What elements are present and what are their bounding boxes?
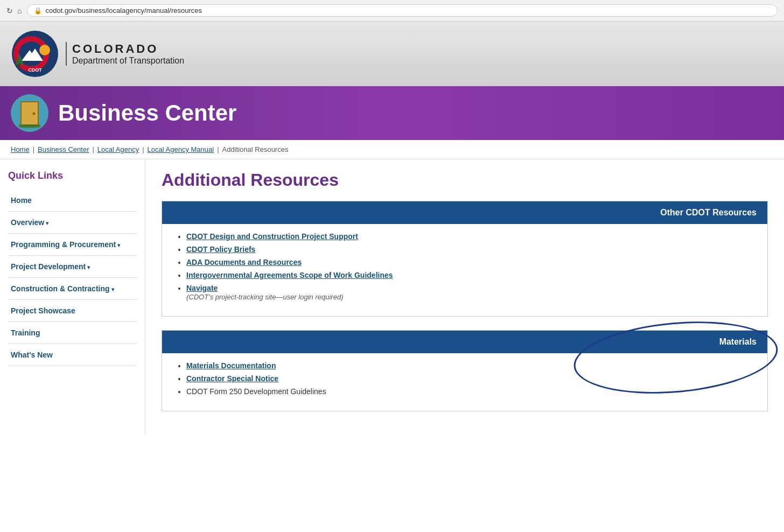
breadcrumb-sep-2: |	[92, 145, 94, 153]
sidebar-nav: Home Overview▾ Programming & Procurement…	[8, 190, 137, 366]
banner-title: Business Center	[58, 100, 236, 126]
sidebar-item-project-showcase[interactable]: Project Showcase	[8, 300, 137, 322]
sidebar-item-home[interactable]: Home	[8, 190, 137, 212]
sidebar-link-project-showcase[interactable]: Project Showcase	[8, 300, 137, 321]
svg-point-10	[33, 112, 36, 115]
dropdown-arrow-construction: ▾	[111, 286, 114, 292]
list-item: CDOT Design and Construction Project Sup…	[186, 232, 754, 241]
breadcrumb-home[interactable]: Home	[11, 145, 30, 153]
door-icon	[16, 99, 43, 128]
cdot-logo: CDOT	[11, 30, 59, 78]
page-title: Additional Resources	[162, 170, 768, 190]
dropdown-arrow-project-dev: ▾	[87, 264, 90, 270]
main-layout: Quick Links Home Overview▾ Programming &…	[0, 159, 784, 436]
other-cdot-resources-box: Other CDOT Resources CDOT Design and Con…	[162, 201, 768, 317]
materials-list: Materials Documentation Contractor Speci…	[176, 361, 754, 396]
sidebar-item-overview[interactable]: Overview▾	[8, 212, 137, 234]
site-header: CDOT COLORADO Department of Transportati…	[0, 22, 784, 86]
other-cdot-resources-header: Other CDOT Resources	[162, 201, 767, 224]
sidebar-item-whats-new[interactable]: What's New	[8, 344, 137, 366]
cdot-form-text: CDOT Form 250 Development Guidelines	[186, 387, 326, 396]
sidebar-link-whats-new[interactable]: What's New	[8, 344, 137, 366]
other-cdot-resources-body: CDOT Design and Construction Project Sup…	[162, 224, 767, 316]
sidebar-link-training[interactable]: Training	[8, 322, 137, 344]
breadcrumb-business-center[interactable]: Business Center	[38, 145, 89, 153]
list-item: ADA Documents and Resources	[186, 258, 754, 267]
breadcrumb-sep-3: |	[142, 145, 144, 153]
purple-banner: Business Center	[0, 86, 784, 140]
sidebar-item-programming[interactable]: Programming & Procurement▾	[8, 234, 137, 256]
intergovernmental-link[interactable]: Intergovernmental Agreements Scope of Wo…	[186, 271, 393, 279]
materials-box: Materials Materials Documentation Contra…	[162, 330, 768, 411]
svg-rect-9	[22, 102, 38, 124]
browser-chrome: ↻ ⌂ 🔒 codot.gov/business/localagency/man…	[0, 0, 784, 22]
breadcrumb-local-agency[interactable]: Local Agency	[97, 145, 139, 153]
dropdown-arrow-overview: ▾	[46, 220, 48, 226]
sidebar-link-construction[interactable]: Construction & Contracting▾	[8, 278, 137, 299]
refresh-icon[interactable]: ↻	[6, 6, 13, 15]
url-text: codot.gov/business/localagency/manual/re…	[45, 6, 202, 15]
sidebar-link-home[interactable]: Home	[8, 190, 137, 211]
sidebar-title: Quick Links	[8, 170, 137, 181]
svg-point-12	[19, 125, 40, 128]
sidebar-link-overview[interactable]: Overview▾	[8, 212, 137, 233]
materials-header: Materials	[162, 331, 767, 353]
breadcrumb-local-agency-manual[interactable]: Local Agency Manual	[148, 145, 214, 153]
breadcrumb-sep-1: |	[33, 145, 34, 153]
breadcrumb-current: Additional Resources	[222, 145, 289, 153]
list-item: CDOT Form 250 Development Guidelines	[186, 387, 754, 396]
browser-controls[interactable]: ↻ ⌂	[6, 6, 22, 15]
ada-documents-link[interactable]: ADA Documents and Resources	[186, 258, 302, 267]
organization-name: COLORADO	[72, 42, 184, 56]
list-item: Navigate (CDOT's project-tracking site—u…	[186, 284, 754, 301]
cdot-policy-link[interactable]: CDOT Policy Briefs	[186, 245, 255, 254]
list-item: CDOT Policy Briefs	[186, 245, 754, 254]
sidebar-item-training[interactable]: Training	[8, 322, 137, 344]
sidebar: Quick Links Home Overview▾ Programming &…	[0, 159, 145, 436]
svg-point-4	[39, 45, 50, 55]
sidebar-link-programming[interactable]: Programming & Procurement▾	[8, 234, 137, 255]
materials-doc-link[interactable]: Materials Documentation	[186, 361, 276, 370]
cdot-design-link[interactable]: CDOT Design and Construction Project Sup…	[186, 232, 358, 241]
list-item: Intergovernmental Agreements Scope of Wo…	[186, 271, 754, 279]
list-item: Materials Documentation	[186, 361, 754, 370]
contractor-special-link[interactable]: Contractor Special Notice	[186, 374, 278, 383]
breadcrumb: Home | Business Center | Local Agency | …	[0, 140, 784, 159]
other-cdot-resources-list: CDOT Design and Construction Project Sup…	[176, 232, 754, 301]
department-name: Department of Transportation	[72, 56, 184, 66]
home-icon[interactable]: ⌂	[17, 6, 22, 15]
logo-area: CDOT COLORADO Department of Transportati…	[11, 30, 184, 78]
site-title-area: COLORADO Department of Transportation	[66, 42, 184, 66]
address-bar[interactable]: 🔒 codot.gov/business/localagency/manual/…	[27, 4, 778, 17]
svg-rect-6	[18, 64, 20, 68]
navigate-note: (CDOT's project-tracking site—user login…	[186, 293, 343, 301]
breadcrumb-sep-4: |	[217, 145, 219, 153]
lock-icon: 🔒	[34, 7, 42, 15]
dropdown-arrow-programming: ▾	[117, 242, 120, 248]
list-item: Contractor Special Notice	[186, 374, 754, 383]
navigate-link[interactable]: Navigate	[186, 284, 218, 292]
svg-text:CDOT: CDOT	[28, 67, 42, 73]
banner-icon	[11, 94, 48, 132]
sidebar-item-project-dev[interactable]: Project Development▾	[8, 256, 137, 278]
content-area: Additional Resources Other CDOT Resource…	[145, 159, 784, 436]
sidebar-item-construction[interactable]: Construction & Contracting▾	[8, 278, 137, 300]
materials-body: Materials Documentation Contractor Speci…	[162, 353, 767, 411]
sidebar-link-project-dev[interactable]: Project Development▾	[8, 256, 137, 277]
